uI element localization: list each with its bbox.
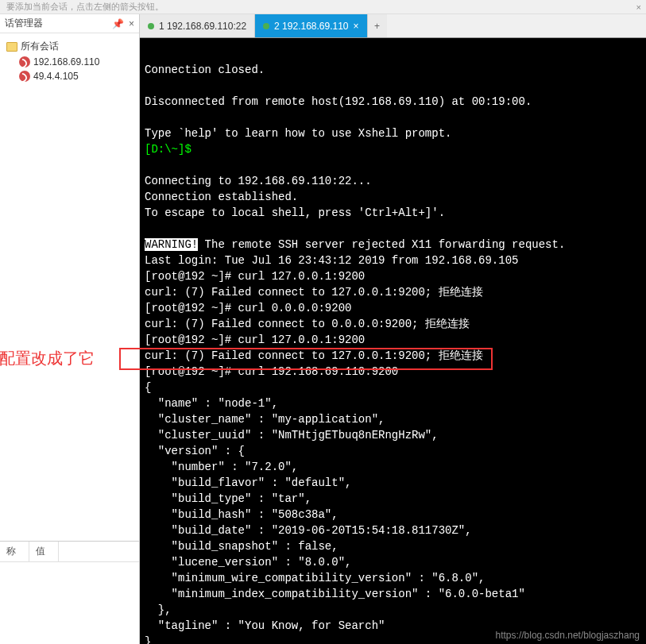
term-line: "version" : { [145,445,245,457]
term-line: "build_snapshot" : false, [145,540,338,553]
session-label: 192.168.69.110 [33,56,99,67]
term-line: "tagline" : "You Know, for Search" [145,619,385,632]
term-line: "build_flavor" : "default", [145,476,351,489]
sidebar-title: 话管理器 [5,17,43,30]
tab-label: 2 192.168.69.110 [274,21,348,32]
hint-bar: 要添加当前会话，点击左侧的箭头按钮。 × [0,0,646,14]
term-line: Type `help' to learn how to use Xshell p… [145,127,451,140]
term-line: Last login: Tue Jul 16 23:43:12 2019 fro… [145,254,518,267]
properties-header: 称 值 [0,542,139,562]
term-line: "name" : "node-1", [145,397,278,410]
properties-panel: 称 值 [0,541,139,644]
term-line: } [145,635,151,644]
session-item-0[interactable]: 192.168.69.110 [3,55,136,69]
root-label: 所有会话 [21,40,59,53]
term-line: [root@192 ~]# curl 192.168.69.110:9200 [145,365,398,378]
term-line: "lucene_version" : "8.0.0", [145,556,351,569]
term-line: To escape to local shell, press 'Ctrl+Al… [145,206,445,219]
session-label: 49.4.4.105 [33,71,79,82]
status-dot-icon [148,23,154,29]
hint-text: 要添加当前会话，点击左侧的箭头按钮。 [6,1,164,13]
term-line: "number" : "7.2.0", [145,461,298,473]
col-value: 值 [29,542,59,561]
term-line: curl: (7) Failed connect to 127.0.0.1:92… [145,286,483,299]
term-line: Disconnected from remote host(192.168.69… [145,95,532,108]
term-line: The remote SSH server rejected X11 forwa… [198,238,565,251]
term-line: curl: (7) Failed connect to 127.0.0.1:92… [145,349,483,362]
tree-root[interactable]: 所有会话 [3,38,136,55]
term-line: [root@192 ~]# curl 127.0.0.1:9200 [145,334,365,346]
watermark: https://blog.csdn.net/blogjaszhang [496,630,640,641]
annotation-text: 配置改成了它 [0,348,95,369]
tab-2[interactable]: 2 192.168.69.110 × [255,14,367,37]
tab-close-icon[interactable]: × [354,21,359,32]
term-line: Connecting to 192.168.69.110:22... [145,175,372,187]
session-icon [19,56,30,67]
session-item-1[interactable]: 49.4.4.105 [3,69,136,83]
main-container: 话管理器 📌 × 所有会话 192.168.69.110 49.4.4.105 … [0,14,646,644]
tab-1[interactable]: 1 192.168.69.110:22 [140,14,255,37]
term-line: curl: (7) Failed connect to 0.0.0.0:9200… [145,318,470,330]
session-tree: 所有会话 192.168.69.110 49.4.4.105 [0,33,139,541]
tab-label: 1 192.168.69.110:22 [159,21,246,32]
session-icon [19,71,30,82]
term-line: [root@192 ~]# curl 127.0.0.1:9200 [145,270,365,283]
term-line: Connection established. [145,191,298,203]
main-area: 1 192.168.69.110:22 2 192.168.69.110 × +… [140,14,646,644]
term-line: Connection closed. [145,64,265,76]
pin-icon[interactable]: 📌 [112,18,124,29]
terminal[interactable]: Connection closed. Disconnected from rem… [140,38,646,644]
term-line: "minimum_index_compatibility_version" : … [145,588,525,600]
tab-add-button[interactable]: + [368,14,387,37]
warning-label: WARNING! [145,238,198,251]
folder-icon [6,42,17,52]
term-prompt: [D:\~]$ [145,143,191,156]
sidebar-header: 话管理器 📌 × [0,14,139,33]
term-line: [root@192 ~]# curl 0.0.0.0:9200 [145,302,351,314]
term-line: "cluster_name" : "my-application", [145,413,385,426]
sidebar: 话管理器 📌 × 所有会话 192.168.69.110 49.4.4.105 … [0,14,140,644]
term-line: "minimum_wire_compatibility_version" : "… [145,572,485,584]
col-name: 称 [0,542,29,561]
hint-close-icon[interactable]: × [636,2,641,12]
term-line: "build_type" : "tar", [145,492,311,505]
tab-bar: 1 192.168.69.110:22 2 192.168.69.110 × + [140,14,646,38]
term-line: { [145,381,151,394]
sidebar-close-icon[interactable]: × [129,18,134,29]
term-line: }, [145,604,172,616]
status-dot-icon [263,23,269,29]
term-line: "build_date" : "2019-06-20T15:54:18.8117… [145,524,472,537]
term-line: "build_hash" : "508c38a", [145,508,338,521]
term-line: "cluster_uuid" : "NmTHtjgETbuq8nERngHzRw… [145,429,439,442]
